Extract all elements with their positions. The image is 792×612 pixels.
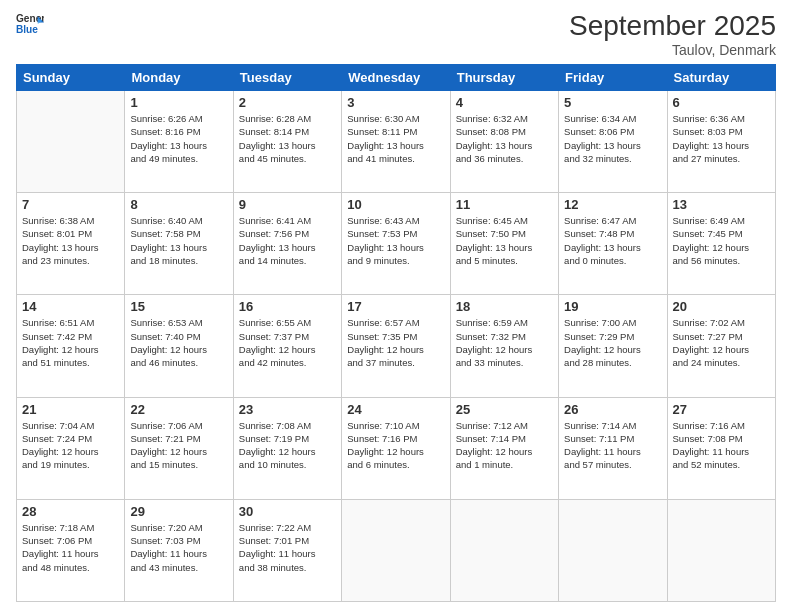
day-info: Sunrise: 6:49 AMSunset: 7:45 PMDaylight:… (673, 214, 770, 267)
day-number: 23 (239, 402, 336, 417)
page: General Blue September 2025 Taulov, Denm… (0, 0, 792, 612)
day-number: 13 (673, 197, 770, 212)
calendar-cell: 24Sunrise: 7:10 AMSunset: 7:16 PMDayligh… (342, 397, 450, 499)
day-number: 15 (130, 299, 227, 314)
header-row: Sunday Monday Tuesday Wednesday Thursday… (17, 65, 776, 91)
calendar-cell: 6Sunrise: 6:36 AMSunset: 8:03 PMDaylight… (667, 91, 775, 193)
day-number: 6 (673, 95, 770, 110)
calendar-cell: 20Sunrise: 7:02 AMSunset: 7:27 PMDayligh… (667, 295, 775, 397)
day-info: Sunrise: 7:00 AMSunset: 7:29 PMDaylight:… (564, 316, 661, 369)
day-info: Sunrise: 6:43 AMSunset: 7:53 PMDaylight:… (347, 214, 444, 267)
calendar-cell: 29Sunrise: 7:20 AMSunset: 7:03 PMDayligh… (125, 499, 233, 601)
calendar-cell (342, 499, 450, 601)
calendar-cell: 8Sunrise: 6:40 AMSunset: 7:58 PMDaylight… (125, 193, 233, 295)
calendar-week-2: 7Sunrise: 6:38 AMSunset: 8:01 PMDaylight… (17, 193, 776, 295)
day-info: Sunrise: 7:12 AMSunset: 7:14 PMDaylight:… (456, 419, 553, 472)
day-info: Sunrise: 7:02 AMSunset: 7:27 PMDaylight:… (673, 316, 770, 369)
day-info: Sunrise: 6:38 AMSunset: 8:01 PMDaylight:… (22, 214, 119, 267)
day-number: 14 (22, 299, 119, 314)
day-number: 1 (130, 95, 227, 110)
calendar-cell: 12Sunrise: 6:47 AMSunset: 7:48 PMDayligh… (559, 193, 667, 295)
calendar-cell (450, 499, 558, 601)
calendar-cell: 14Sunrise: 6:51 AMSunset: 7:42 PMDayligh… (17, 295, 125, 397)
day-info: Sunrise: 6:26 AMSunset: 8:16 PMDaylight:… (130, 112, 227, 165)
col-tuesday: Tuesday (233, 65, 341, 91)
day-number: 24 (347, 402, 444, 417)
calendar-cell: 5Sunrise: 6:34 AMSunset: 8:06 PMDaylight… (559, 91, 667, 193)
calendar-cell: 11Sunrise: 6:45 AMSunset: 7:50 PMDayligh… (450, 193, 558, 295)
calendar-cell (17, 91, 125, 193)
col-friday: Friday (559, 65, 667, 91)
day-info: Sunrise: 7:16 AMSunset: 7:08 PMDaylight:… (673, 419, 770, 472)
day-info: Sunrise: 7:20 AMSunset: 7:03 PMDaylight:… (130, 521, 227, 574)
title-block: September 2025 Taulov, Denmark (569, 10, 776, 58)
day-number: 8 (130, 197, 227, 212)
calendar-cell: 9Sunrise: 6:41 AMSunset: 7:56 PMDaylight… (233, 193, 341, 295)
day-info: Sunrise: 6:47 AMSunset: 7:48 PMDaylight:… (564, 214, 661, 267)
calendar-cell: 22Sunrise: 7:06 AMSunset: 7:21 PMDayligh… (125, 397, 233, 499)
header: General Blue September 2025 Taulov, Denm… (16, 10, 776, 58)
calendar-cell: 21Sunrise: 7:04 AMSunset: 7:24 PMDayligh… (17, 397, 125, 499)
day-info: Sunrise: 6:53 AMSunset: 7:40 PMDaylight:… (130, 316, 227, 369)
day-number: 22 (130, 402, 227, 417)
day-number: 9 (239, 197, 336, 212)
col-thursday: Thursday (450, 65, 558, 91)
calendar-cell: 18Sunrise: 6:59 AMSunset: 7:32 PMDayligh… (450, 295, 558, 397)
calendar-week-3: 14Sunrise: 6:51 AMSunset: 7:42 PMDayligh… (17, 295, 776, 397)
day-info: Sunrise: 6:34 AMSunset: 8:06 PMDaylight:… (564, 112, 661, 165)
calendar-cell (559, 499, 667, 601)
day-number: 17 (347, 299, 444, 314)
day-number: 30 (239, 504, 336, 519)
day-number: 26 (564, 402, 661, 417)
calendar-cell: 17Sunrise: 6:57 AMSunset: 7:35 PMDayligh… (342, 295, 450, 397)
day-info: Sunrise: 6:30 AMSunset: 8:11 PMDaylight:… (347, 112, 444, 165)
subtitle: Taulov, Denmark (569, 42, 776, 58)
day-info: Sunrise: 6:55 AMSunset: 7:37 PMDaylight:… (239, 316, 336, 369)
day-number: 18 (456, 299, 553, 314)
col-sunday: Sunday (17, 65, 125, 91)
calendar-cell: 15Sunrise: 6:53 AMSunset: 7:40 PMDayligh… (125, 295, 233, 397)
calendar-week-1: 1Sunrise: 6:26 AMSunset: 8:16 PMDaylight… (17, 91, 776, 193)
day-number: 29 (130, 504, 227, 519)
day-number: 5 (564, 95, 661, 110)
day-info: Sunrise: 6:51 AMSunset: 7:42 PMDaylight:… (22, 316, 119, 369)
day-info: Sunrise: 7:22 AMSunset: 7:01 PMDaylight:… (239, 521, 336, 574)
day-number: 7 (22, 197, 119, 212)
day-info: Sunrise: 7:14 AMSunset: 7:11 PMDaylight:… (564, 419, 661, 472)
day-number: 12 (564, 197, 661, 212)
calendar-cell (667, 499, 775, 601)
calendar-cell: 27Sunrise: 7:16 AMSunset: 7:08 PMDayligh… (667, 397, 775, 499)
day-number: 2 (239, 95, 336, 110)
calendar-cell: 7Sunrise: 6:38 AMSunset: 8:01 PMDaylight… (17, 193, 125, 295)
day-info: Sunrise: 6:59 AMSunset: 7:32 PMDaylight:… (456, 316, 553, 369)
col-saturday: Saturday (667, 65, 775, 91)
calendar-cell: 13Sunrise: 6:49 AMSunset: 7:45 PMDayligh… (667, 193, 775, 295)
calendar-cell: 4Sunrise: 6:32 AMSunset: 8:08 PMDaylight… (450, 91, 558, 193)
calendar-cell: 23Sunrise: 7:08 AMSunset: 7:19 PMDayligh… (233, 397, 341, 499)
calendar-cell: 28Sunrise: 7:18 AMSunset: 7:06 PMDayligh… (17, 499, 125, 601)
day-number: 11 (456, 197, 553, 212)
day-number: 28 (22, 504, 119, 519)
day-info: Sunrise: 6:57 AMSunset: 7:35 PMDaylight:… (347, 316, 444, 369)
day-number: 19 (564, 299, 661, 314)
day-info: Sunrise: 7:04 AMSunset: 7:24 PMDaylight:… (22, 419, 119, 472)
day-info: Sunrise: 6:36 AMSunset: 8:03 PMDaylight:… (673, 112, 770, 165)
calendar-week-4: 21Sunrise: 7:04 AMSunset: 7:24 PMDayligh… (17, 397, 776, 499)
day-info: Sunrise: 6:40 AMSunset: 7:58 PMDaylight:… (130, 214, 227, 267)
calendar-cell: 3Sunrise: 6:30 AMSunset: 8:11 PMDaylight… (342, 91, 450, 193)
day-info: Sunrise: 6:41 AMSunset: 7:56 PMDaylight:… (239, 214, 336, 267)
day-number: 4 (456, 95, 553, 110)
day-info: Sunrise: 6:32 AMSunset: 8:08 PMDaylight:… (456, 112, 553, 165)
logo-icon: General Blue (16, 10, 44, 38)
day-info: Sunrise: 6:45 AMSunset: 7:50 PMDaylight:… (456, 214, 553, 267)
day-number: 10 (347, 197, 444, 212)
calendar-week-5: 28Sunrise: 7:18 AMSunset: 7:06 PMDayligh… (17, 499, 776, 601)
day-info: Sunrise: 7:18 AMSunset: 7:06 PMDaylight:… (22, 521, 119, 574)
calendar-cell: 10Sunrise: 6:43 AMSunset: 7:53 PMDayligh… (342, 193, 450, 295)
day-info: Sunrise: 7:06 AMSunset: 7:21 PMDaylight:… (130, 419, 227, 472)
col-wednesday: Wednesday (342, 65, 450, 91)
day-number: 25 (456, 402, 553, 417)
day-info: Sunrise: 7:10 AMSunset: 7:16 PMDaylight:… (347, 419, 444, 472)
day-number: 20 (673, 299, 770, 314)
calendar-cell: 1Sunrise: 6:26 AMSunset: 8:16 PMDaylight… (125, 91, 233, 193)
